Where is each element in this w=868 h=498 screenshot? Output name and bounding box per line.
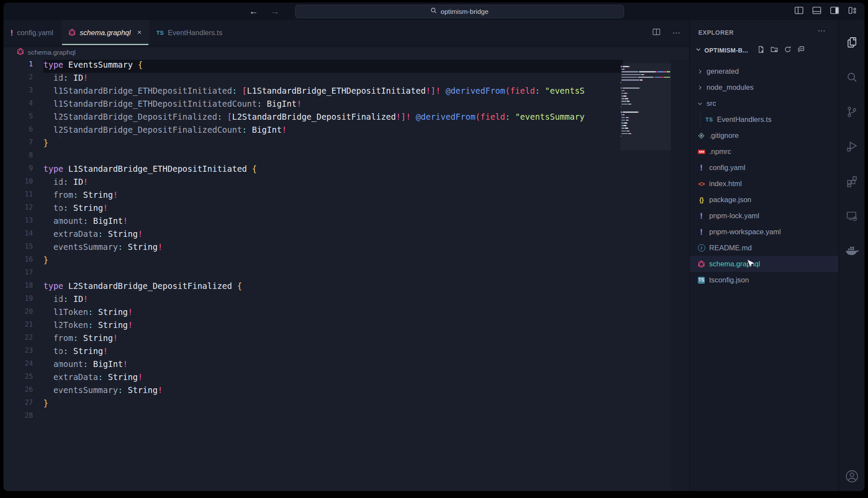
code-line[interactable]: amount: BigInt! (43, 216, 623, 229)
code-line[interactable]: extraData: String! (43, 229, 623, 242)
code-line[interactable] (43, 411, 623, 424)
layout-customize-icon (847, 5, 858, 16)
code-line[interactable]: type L1StandardBridge_ETHDepositInitiate… (43, 164, 623, 177)
file-label: pnpm-workspace.yaml (709, 228, 781, 236)
code-line[interactable]: l1StandardBridge_ETHDepositInitiated: [L… (43, 86, 623, 99)
code-line[interactable] (43, 151, 623, 164)
layout-panel-button[interactable] (812, 5, 822, 17)
code-line[interactable]: l1StandardBridge_ETHDepositInitiatedCoun… (43, 99, 623, 112)
explorer-more-button[interactable]: ⋯ (818, 26, 826, 36)
code-line[interactable]: from: String! (43, 333, 623, 346)
command-center-search[interactable]: optimism-bridge (295, 5, 624, 18)
collapse-all-button[interactable] (797, 46, 805, 55)
line-number: 12 (3, 203, 36, 216)
extensions-button[interactable] (844, 174, 860, 189)
line-number: 16 (3, 255, 36, 268)
code-line[interactable]: type L2StandardBridge_DepositFinalized { (43, 281, 623, 294)
file-label: tsconfig.json (709, 276, 749, 284)
file-item-README.md[interactable]: iREADME.md (690, 240, 838, 256)
code-line[interactable]: l2Token: String! (43, 320, 623, 333)
file-item-pnpm-workspace.yaml[interactable]: !pnpm-workspace.yaml (690, 224, 838, 240)
chevron-right-icon (697, 84, 704, 91)
code-line[interactable]: l1Token: String! (43, 307, 623, 320)
file-item-.gitignore[interactable]: .gitignore (690, 128, 838, 144)
folder-item-generated[interactable]: generated (690, 63, 838, 79)
explorer-actions (757, 46, 805, 55)
docker-button[interactable] (844, 243, 860, 259)
line-number: 5 (3, 112, 36, 125)
line-number: 4 (3, 99, 36, 112)
file-item-.npmrc[interactable]: .npmrc (690, 144, 838, 160)
code-line[interactable]: extraData: String! (43, 372, 623, 385)
search-button[interactable] (844, 69, 860, 85)
back-arrow-button[interactable]: ← (249, 6, 258, 16)
file-item-EventHandlers.ts[interactable]: TSEventHandlers.ts (690, 111, 838, 128)
file-item-pnpm-lock.yaml[interactable]: !pnpm-lock.yaml (690, 208, 838, 224)
code-area[interactable]: 1234567891011121314151617181920212223242… (3, 60, 689, 491)
tab-config.yaml[interactable]: !config.yaml (3, 20, 61, 45)
new-folder-button[interactable] (770, 46, 778, 55)
new-file-icon (757, 46, 765, 53)
minimap[interactable] (621, 66, 671, 141)
debug-button[interactable] (844, 139, 860, 154)
activity-bottom (839, 469, 865, 484)
file-item-schema.graphql[interactable]: schema.graphql (690, 256, 838, 272)
line-number: 14 (3, 229, 36, 242)
code-line[interactable]: eventsSummary: String! (43, 385, 623, 398)
code-line[interactable]: l2StandardBridge_DepositFinalized: [L2St… (43, 112, 623, 125)
code-line[interactable]: id: ID! (43, 177, 623, 190)
code-line[interactable]: id: ID! (43, 294, 623, 307)
file-item-index.html[interactable]: <>index.html (690, 176, 838, 192)
tab-label: schema.graphql (80, 29, 131, 37)
code-line[interactable]: to: String! (43, 203, 623, 216)
new-file-button[interactable] (757, 46, 765, 55)
layout-sidebar-button[interactable] (794, 5, 804, 17)
yaml-icon: ! (700, 228, 703, 236)
file-item-tsconfig.json[interactable]: TStsconfig.json (690, 272, 838, 288)
line-number: 19 (3, 294, 36, 307)
code-line[interactable]: id: ID! (43, 73, 623, 86)
file-item-package.json[interactable]: {}package.json (690, 192, 838, 208)
breadcrumb[interactable]: schema.graphql (3, 45, 689, 60)
folder-item-src[interactable]: src (690, 95, 838, 111)
line-number: 8 (3, 151, 36, 164)
code-line[interactable]: eventsSummary: String! (43, 242, 623, 255)
vscode-window: ← → optimism-bridge !config.yamlschema.g… (3, 3, 865, 491)
code-line[interactable]: from: String! (43, 190, 623, 203)
remote-button[interactable] (844, 208, 860, 224)
split-editor-button[interactable] (652, 27, 661, 38)
source-control-button[interactable] (844, 104, 860, 120)
code-line[interactable]: } (43, 138, 623, 151)
new-folder-icon (770, 46, 778, 53)
close-icon[interactable]: × (137, 28, 141, 37)
file-item-config.yaml[interactable]: !config.yaml (690, 160, 838, 176)
tab-label: EventHandlers.ts (168, 29, 223, 37)
graphql-icon (68, 29, 76, 36)
layout-customize-button[interactable] (847, 5, 858, 17)
forward-arrow-button[interactable]: → (270, 6, 279, 16)
code-line[interactable]: } (43, 398, 623, 411)
code-line[interactable] (43, 268, 623, 281)
debug-icon (845, 140, 858, 153)
tab-schema.graphql[interactable]: schema.graphql× (61, 20, 149, 45)
folder-item-node_modules[interactable]: node_modules (690, 79, 838, 95)
code-line[interactable]: } (43, 255, 623, 268)
code-line[interactable]: type EventsSummary { (43, 60, 623, 73)
code-line[interactable]: to: String! (43, 346, 623, 359)
refresh-button[interactable] (784, 46, 792, 55)
file-label: .npmrc (709, 147, 731, 156)
tab-EventHandlers.ts[interactable]: TSEventHandlers.ts (149, 20, 230, 45)
line-number-gutter: 1234567891011121314151617181920212223242… (3, 60, 36, 424)
layout-sidebar-icon (794, 5, 804, 16)
code-line[interactable]: l2StandardBridge_DepositFinalizedCount: … (43, 125, 623, 138)
project-root-row[interactable]: OPTIMISM-B... (690, 43, 838, 58)
account-button[interactable] (844, 469, 860, 484)
line-number: 26 (3, 385, 36, 398)
chevron-down-icon (695, 46, 702, 55)
layout-sidebar-right-button[interactable] (829, 5, 840, 17)
source-control-icon (845, 105, 858, 118)
more-actions-button[interactable]: ⋯ (672, 28, 681, 38)
files-button[interactable] (844, 35, 860, 50)
code-line[interactable]: amount: BigInt! (43, 359, 623, 372)
project-root-label: OPTIMISM-B... (704, 47, 748, 54)
